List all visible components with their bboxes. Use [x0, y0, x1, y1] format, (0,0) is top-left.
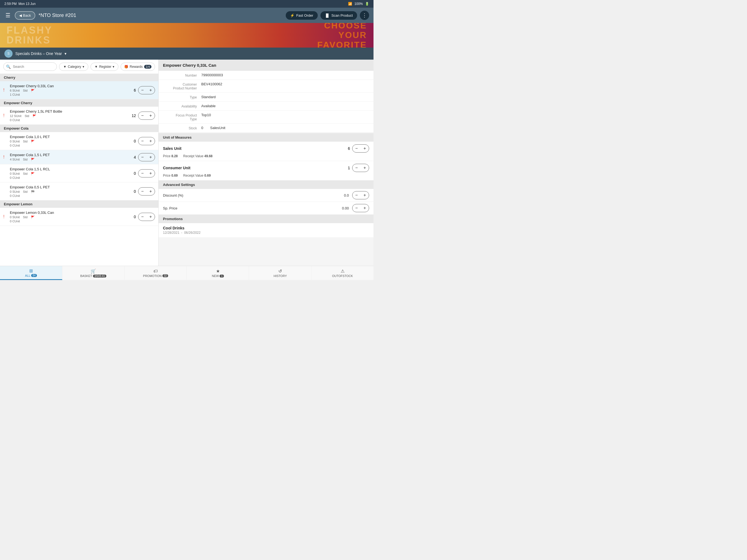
rewards-button[interactable]: 🎁 Rewards 1/4 [121, 62, 155, 71]
fast-order-icon: ⚡ [290, 14, 294, 18]
sp-price-row: Sp. Price 0.00 − + [159, 202, 374, 215]
product-info: Empower Cola 1,0 L PET 0 SUnit Std 🚩 0 C… [10, 135, 130, 147]
decrement-button[interactable]: − [138, 112, 147, 120]
promotion-icon: 🏷 [153, 269, 158, 274]
increment-button[interactable]: + [147, 137, 155, 145]
banner-text-right: CHOOSE YOUR FAVORITE [317, 23, 367, 48]
quantity-stepper[interactable]: − + [138, 111, 155, 120]
list-item[interactable]: ! Empower Cola 1,0 L PET 0 SUnit Std 🚩 0… [0, 132, 158, 150]
consumer-unit-section: Consumer Unit 1 − + Price 0.69 Receipt V… [159, 161, 374, 180]
increment-button[interactable]: + [147, 153, 155, 161]
nav-item-history[interactable]: ↺ HISTORY [249, 266, 311, 280]
sp-price-stepper[interactable]: − + [352, 204, 369, 212]
nav-item-promotion[interactable]: 🏷 PROMOTION 32 [125, 266, 187, 280]
discount-increment-button[interactable]: + [361, 192, 369, 199]
category-bar[interactable]: S Specials Drinks – One Year ▾ [0, 48, 374, 59]
promotion-badge: 32 [162, 274, 168, 277]
quantity-section: 4 − + [130, 153, 155, 161]
basket-icon: 🛒 [91, 269, 96, 274]
nav-item-basket[interactable]: 🛒 BASKET 3/649.41 [62, 266, 125, 280]
product-info: Empower Cherry 1,5L PET Bottle 12 SUnit … [10, 109, 130, 122]
increment-button[interactable]: + [147, 112, 155, 120]
detail-row-customer-product-number: CustomerProduct Number BEV4100062 [159, 80, 374, 93]
decrement-button[interactable]: − [138, 213, 147, 221]
quantity-stepper[interactable]: − + [138, 213, 155, 221]
product-list-panel: 🔍 ▼ Category ▾ ▼ Register ▾ 🎁 Rewards 1/… [0, 59, 159, 266]
sales-unit-price-row: Price 8.28 Receipt Value 49.68 [163, 154, 369, 158]
nav-item-all[interactable]: ⊞ ALL 84 [0, 266, 62, 280]
sales-unit-stepper[interactable]: − + [352, 144, 369, 153]
quantity-stepper[interactable]: − + [138, 187, 155, 196]
back-arrow-icon: ◀ [19, 14, 22, 18]
increment-button[interactable]: + [147, 187, 155, 195]
decrement-button[interactable]: − [138, 137, 147, 145]
list-item[interactable]: ! Empower Lemon 0,33L Can 0 SUnit Std 🚩 … [0, 208, 158, 226]
sp-price-increment-button[interactable]: + [361, 204, 369, 212]
header: ☰ ◀ Back *NTO Store #201 ⚡ Fast Order ▐▌… [0, 8, 374, 23]
product-info: Empower Cola 0,5 L PET 0 SUnit Std 🏁 0 C… [10, 185, 130, 198]
search-wrapper: 🔍 [3, 62, 57, 71]
scan-product-button[interactable]: ▐▌ Scan Product [320, 11, 357, 20]
detail-info-section: Number 79900000003 CustomerProduct Numbe… [159, 71, 374, 133]
list-item[interactable]: ! Empower Cherry 1,5L PET Bottle 12 SUni… [0, 107, 158, 125]
consumer-unit-title-row: Consumer Unit 1 − + [163, 164, 369, 172]
nav-item-new[interactable]: ★ NEW 1 [187, 266, 249, 280]
sales-unit-increment-button[interactable]: + [361, 145, 369, 152]
decrement-button[interactable]: − [138, 170, 147, 177]
list-item[interactable]: ! Empower Cherry 0,33L Can 6 SUnit Std 🚩… [0, 81, 158, 99]
sp-price-decrement-button[interactable]: − [353, 204, 361, 212]
hamburger-button[interactable]: ☰ [4, 11, 11, 20]
back-button[interactable]: ◀ Back [15, 11, 35, 20]
history-icon: ↺ [278, 269, 282, 274]
discount-decrement-button[interactable]: − [353, 192, 361, 199]
list-item[interactable]: ! Empower Cola 0,5 L PET 0 SUnit Std 🏁 0… [0, 182, 158, 200]
decrement-button[interactable]: − [138, 187, 147, 195]
more-options-button[interactable]: ⋮ [360, 11, 369, 20]
status-bar: 2:59 PM Mon 13 Jun 📶 100% 🔋 [0, 0, 374, 8]
barcode-icon: ▐▌ [325, 14, 330, 18]
register-filter-button[interactable]: ▼ Register ▾ [91, 62, 119, 71]
nav-item-outofstock[interactable]: ⚠ OUTOFSTOCK [311, 266, 374, 280]
sales-unit-stepper-wrap: 6 − + [348, 144, 369, 153]
promotion-name: Cool Drinks [163, 226, 369, 230]
sales-unit-decrement-button[interactable]: − [353, 145, 361, 152]
quantity-stepper[interactable]: − + [138, 137, 155, 145]
detail-row-stock: Stock 0 SalesUnit [159, 124, 374, 133]
consumer-unit-increment-button[interactable]: + [361, 164, 369, 172]
increment-button[interactable]: + [147, 86, 155, 94]
all-icon: ⊞ [29, 268, 33, 274]
category-chevron-icon: ▾ [83, 65, 84, 69]
decrement-button[interactable]: − [138, 86, 147, 94]
detail-row-availability: Availability Available [159, 102, 374, 111]
category-header-empower-cherry: Empower Cherry [0, 99, 158, 107]
list-item[interactable]: ! Empower Cola 1,5 L RCL 0 SUnit Std 🚩 0… [0, 164, 158, 182]
increment-button[interactable]: + [147, 213, 155, 221]
quantity-stepper[interactable]: − + [138, 169, 155, 177]
category-filter-button[interactable]: ▼ Category ▾ [59, 62, 88, 71]
product-info: Empower Cherry 0,33L Can 6 SUnit Std 🚩 1… [10, 84, 130, 96]
all-badge: 84 [31, 274, 37, 277]
banner-text-left: FLASHY DRINKS [0, 25, 52, 45]
main-content: 🔍 ▼ Category ▾ ▼ Register ▾ 🎁 Rewards 1/… [0, 59, 374, 266]
quantity-section: 0 − + [130, 187, 155, 196]
consumer-unit-price-row: Price 0.69 Receipt Value 0.69 [163, 174, 369, 177]
sales-unit-title-row: Sales Unit 6 − + [163, 144, 369, 153]
register-filter-icon: ▼ [95, 65, 98, 69]
product-info: Empower Cola 1,5 L PET 4 SUnit Std 🚩 [10, 153, 130, 161]
discount-stepper[interactable]: − + [352, 191, 369, 199]
quantity-stepper[interactable]: − + [138, 153, 155, 161]
consumer-unit-stepper[interactable]: − + [352, 164, 369, 172]
new-icon: ★ [216, 269, 220, 274]
list-item[interactable]: ! Empower Cola 1,5 L PET 4 SUnit Std 🚩 4… [0, 150, 158, 164]
unit-of-measures-title: Unit of Measures [159, 133, 374, 142]
fast-order-button[interactable]: ⚡ Fast Order [286, 11, 317, 20]
decrement-button[interactable]: − [138, 153, 147, 161]
consumer-unit-decrement-button[interactable]: − [353, 164, 361, 172]
quantity-section: 0 − + [130, 169, 155, 177]
search-input[interactable] [3, 62, 57, 71]
quantity-stepper[interactable]: − + [138, 86, 155, 94]
gift-icon: 🎁 [124, 65, 128, 69]
filter-bar: 🔍 ▼ Category ▾ ▼ Register ▾ 🎁 Rewards 1/… [0, 59, 158, 74]
product-info: Empower Lemon 0,33L Can 0 SUnit Std 🚩 0 … [10, 210, 130, 223]
increment-button[interactable]: + [147, 170, 155, 177]
